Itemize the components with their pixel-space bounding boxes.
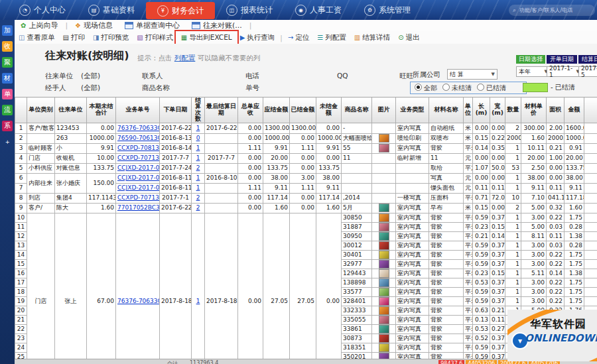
product-photo-thumbnail[interactable] bbox=[379, 297, 389, 306]
settle-times-link[interactable]: 1 bbox=[196, 184, 200, 191]
column-header[interactable]: 已结金额 bbox=[290, 97, 316, 123]
order-date-tab[interactable]: 开单日期 bbox=[547, 55, 577, 64]
column-header[interactable]: 下单日期 bbox=[160, 97, 192, 123]
table-row[interactable]: 9客户/陈大1.6077017052BC312017-6-2220.001.60… bbox=[15, 203, 597, 213]
product-photo-thumbnail[interactable] bbox=[379, 306, 389, 315]
sidebar-tile-material[interactable]: 材 bbox=[2, 73, 13, 84]
settlement-detail-button[interactable]: ▥结算详情 bbox=[350, 32, 394, 43]
column-header[interactable]: 往来单位 bbox=[55, 97, 87, 123]
column-header[interactable]: 数量 bbox=[505, 97, 521, 123]
order-number-link[interactable]: CCXPD-70713OC11 bbox=[116, 193, 160, 203]
settle-date-tab[interactable]: 结算日期 bbox=[578, 55, 597, 64]
product-photo-thumbnail[interactable] bbox=[379, 144, 389, 152]
column-header[interactable]: 长(m) bbox=[473, 97, 490, 123]
order-number-link[interactable]: CCJXD-2017-07-2 bbox=[117, 164, 160, 171]
exit-button[interactable]: ⊙退出 bbox=[394, 32, 423, 43]
settle-times-link[interactable]: 0 bbox=[192, 133, 205, 143]
settle-times-link[interactable]: 1 bbox=[192, 143, 205, 153]
order-number-link[interactable]: 77017052BC31 bbox=[117, 204, 160, 211]
product-photo-thumbnail[interactable] bbox=[379, 232, 389, 241]
column-header[interactable]: 商品名称 bbox=[342, 97, 372, 123]
table-row[interactable]: 3临时顾客小9.91CCXPD-70813OC172016-8-1411.119… bbox=[15, 143, 597, 153]
sidebar-tile-flow[interactable]: 流 bbox=[2, 105, 13, 115]
nav-item-base-data[interactable]: ▤基础资料 bbox=[77, 0, 146, 20]
search-input[interactable] bbox=[518, 7, 591, 14]
print-style-button[interactable]: ▧打印样式 bbox=[133, 32, 176, 43]
print-preview-button[interactable]: ◨打印预览 bbox=[89, 32, 133, 43]
order-number-link[interactable]: CCXPD-70813OC17 bbox=[116, 143, 160, 153]
settle-times-link[interactable]: 2 bbox=[192, 163, 205, 173]
table-row[interactable]: 10门店张上67.0076376-70633OC642017-8-1812017… bbox=[15, 213, 597, 222]
settle-times-link[interactable]: 2 bbox=[196, 194, 200, 201]
settle-times-link[interactable]: 1 bbox=[192, 153, 205, 163]
export-to-excel-button[interactable]: ▦导出到EXCEL bbox=[177, 32, 236, 43]
unit-filter-scope[interactable]: (全部) bbox=[81, 72, 100, 81]
order-number-link[interactable]: CCJXD-2017-08-1 bbox=[117, 174, 160, 181]
tab-site-info[interactable]: ❖ 现场信息 bbox=[69, 21, 119, 30]
order-number-link[interactable]: CCXPD-70813OC17 bbox=[117, 145, 160, 151]
order-number-link[interactable]: 76376-70633OC64 bbox=[117, 298, 160, 304]
product-photo-thumbnail[interactable] bbox=[379, 278, 389, 287]
table-row[interactable]: 22631000.0076590-70613OC132016-8-1300.00… bbox=[15, 133, 597, 143]
sidebar-tile-add[interactable]: 加 bbox=[2, 25, 13, 36]
settle-times-link[interactable]: 2 bbox=[196, 164, 200, 171]
column-header[interactable]: 结算 次数 bbox=[192, 97, 205, 123]
settle-times-link[interactable]: 1 bbox=[192, 183, 205, 193]
column-header[interactable]: 面积 bbox=[547, 97, 564, 123]
sidebar-tile-gather[interactable]: 聚 bbox=[2, 57, 13, 68]
column-config-link[interactable]: 列配置 bbox=[174, 54, 196, 62]
order-number-link[interactable]: 76590-70613OC13 bbox=[117, 135, 160, 141]
company-select[interactable]: 结 算▼ bbox=[447, 69, 498, 80]
product-photo-thumbnail[interactable] bbox=[379, 288, 389, 296]
locate-button[interactable]: →定位 bbox=[284, 32, 313, 43]
order-number-link[interactable]: 76376-70633OC64 bbox=[116, 213, 160, 364]
table-row[interactable]: 8到店集团4117.1143CCXPD-70713OC112017-7-120.… bbox=[15, 193, 597, 203]
column-header[interactable]: 业务类型 bbox=[396, 97, 429, 123]
column-header[interactable]: 应结金额 bbox=[263, 97, 290, 123]
table-row[interactable]: 1客户/散客1234530.0076376-70633OC632017-6-22… bbox=[15, 123, 597, 133]
date-from-picker[interactable]: 2017-1-1▼ bbox=[547, 66, 582, 77]
column-config-button[interactable]: ☰列配置 bbox=[313, 32, 350, 43]
product-photo-thumbnail[interactable] bbox=[379, 204, 389, 212]
radio-settled[interactable]: 已结清 bbox=[477, 84, 506, 93]
product-photo-thumbnail[interactable] bbox=[379, 269, 389, 278]
nav-item-hr-payroll[interactable]: ◉人事工资 bbox=[284, 0, 353, 20]
table-row[interactable]: 5小料供应对账信息133.75CCJXD-2017-07-22017-7-242… bbox=[15, 163, 597, 173]
column-header[interactable]: 业务单号 bbox=[116, 97, 160, 123]
column-header[interactable]: 材料名称 bbox=[429, 97, 464, 123]
table-row[interactable]: 6内部往来张小婚庆150.00CCJXD-2017-08-12016-8-111… bbox=[15, 173, 597, 183]
order-number-link[interactable]: CCXPD-70713OC13 bbox=[117, 154, 160, 161]
product-photo-thumbnail[interactable] bbox=[379, 316, 389, 324]
sidebar-tile-system[interactable]: 系 bbox=[2, 121, 13, 131]
column-header[interactable]: 图片 bbox=[372, 97, 396, 123]
product-photo-thumbnail[interactable] bbox=[379, 251, 389, 259]
column-header[interactable]: 最后结算日 期 bbox=[205, 97, 238, 123]
product-photo-thumbnail[interactable] bbox=[379, 343, 389, 352]
view-source-document-button[interactable]: ◫查看原单 bbox=[15, 32, 58, 43]
tab-reconciliation[interactable]: 往来对账(... bbox=[186, 21, 248, 30]
nav-item-personal-center[interactable]: ◔个人中心 bbox=[8, 0, 77, 20]
product-photo-thumbnail[interactable] bbox=[379, 223, 389, 231]
settle-times-link[interactable]: 1 bbox=[196, 174, 200, 181]
tab-onboarding-guide[interactable]: ✿ 上岗向导 bbox=[15, 21, 64, 30]
product-photo-thumbnail[interactable] bbox=[379, 325, 389, 334]
order-number-link[interactable]: 76590-70613OC13 bbox=[116, 133, 160, 143]
column-header[interactable]: 材料单价 bbox=[521, 97, 547, 123]
order-number-link[interactable]: CCJXD-2017-07-2 bbox=[116, 163, 160, 173]
settle-times-link[interactable]: 0 bbox=[196, 135, 200, 141]
column-header[interactable]: 未结金额 bbox=[316, 97, 342, 123]
order-number-link[interactable]: 77017052BC31 bbox=[116, 203, 160, 213]
sidebar-tile-receive[interactable]: 收 bbox=[2, 41, 13, 52]
column-header[interactable]: 单 位 bbox=[464, 97, 473, 123]
order-number-link[interactable]: CCJXD-2017-08-1 bbox=[117, 184, 160, 191]
column-header[interactable]: 总单应收 bbox=[238, 97, 263, 123]
order-number-link[interactable]: CCXPD-70713OC13 bbox=[116, 153, 160, 163]
settle-times-link[interactable]: 1 bbox=[192, 213, 205, 364]
radio-all[interactable]: 全部 bbox=[415, 84, 437, 93]
sidebar-tile-expand[interactable]: ＋ bbox=[2, 137, 13, 147]
settle-times-link[interactable]: 1 bbox=[192, 173, 205, 183]
product-photo-thumbnail[interactable] bbox=[379, 213, 389, 222]
settle-times-link[interactable]: 1 bbox=[196, 154, 200, 161]
column-header[interactable] bbox=[584, 97, 597, 123]
sidebar-tile-order[interactable]: 单 bbox=[2, 89, 13, 99]
